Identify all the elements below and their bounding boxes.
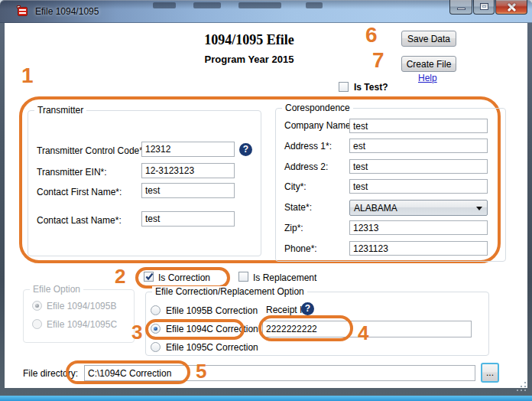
company-name-input[interactable] — [349, 119, 488, 133]
background-window-artifact — [238, 2, 281, 8]
maximize-icon — [480, 3, 488, 10]
close-button[interactable] — [495, 0, 527, 15]
contact-last-name-input[interactable] — [141, 211, 235, 227]
window-title: Efile 1094/1095 — [35, 6, 99, 17]
address2-label: Address 2: — [284, 161, 328, 172]
create-file-button[interactable]: Create File — [401, 56, 456, 72]
is-replacement-label: Is Replacement — [253, 272, 316, 283]
app-window: Efile 1094/1095 1094/1095 Efile Program … — [0, 0, 532, 401]
is-replacement-checkbox[interactable] — [238, 272, 248, 282]
background-window-artifact — [193, 2, 221, 8]
contact-first-name-label: Contact First Name*: — [37, 187, 122, 197]
chevron-down-icon — [476, 207, 482, 210]
efile-1095c-correction-radio[interactable] — [151, 342, 161, 352]
address2-input[interactable] — [349, 159, 488, 174]
state-select[interactable]: ALABAMA — [349, 200, 488, 216]
annotation-number-6: 6 — [365, 24, 378, 47]
efile-1095b-correction-radio[interactable] — [151, 305, 161, 315]
resize-grip[interactable] — [517, 382, 518, 383]
annotation-number-3: 3 — [131, 321, 142, 344]
maximize-button[interactable] — [473, 0, 495, 15]
phone-input[interactable] — [349, 241, 488, 256]
zip-label: Zip*: — [284, 223, 303, 233]
annotation-number-7: 7 — [372, 49, 384, 72]
close-icon — [507, 3, 517, 11]
contact-first-name-input[interactable] — [141, 183, 235, 198]
file-directory-label: File directory: — [23, 368, 78, 379]
page-subtitle: Program Year 2015 — [173, 54, 326, 65]
correction-option-group-label: Efile Correction/Replacement Option — [152, 286, 307, 297]
is-correction-checkbox[interactable] — [144, 272, 154, 282]
efile-1094-1095c-label: Efile 1094/1095C — [47, 319, 117, 330]
correspondence-group-label: Corespondence — [282, 103, 353, 113]
minimize-button[interactable] — [449, 0, 472, 15]
efile-option-group: Efile Option — [23, 289, 135, 343]
efile-1094c-correction-label: Efile 1094C Correction — [166, 324, 258, 334]
efile-1094-1095b-radio[interactable] — [32, 301, 42, 311]
zip-input[interactable] — [349, 220, 488, 235]
phone-label: Phone*: — [284, 243, 317, 254]
minimize-icon — [457, 8, 466, 10]
browse-button[interactable]: ... — [481, 363, 499, 383]
help-icon[interactable]: ? — [301, 302, 314, 315]
state-selected-value: ALABAMA — [354, 203, 397, 214]
annotation-number-4: 4 — [358, 321, 368, 344]
efile-option-group-label: Efile Option — [30, 284, 83, 295]
annotation-number-5: 5 — [196, 360, 206, 383]
help-link[interactable]: Help — [418, 73, 437, 83]
city-input[interactable] — [349, 179, 488, 194]
file-directory-input[interactable] — [84, 365, 475, 381]
window-bottom-edge — [0, 396, 532, 401]
address1-label: Address 1*: — [284, 141, 332, 152]
address1-input[interactable] — [349, 139, 488, 153]
is-correction-label: Is Correction — [158, 272, 210, 283]
is-test-checkbox[interactable] — [339, 82, 349, 92]
transmitter-group-label: Transmitter — [34, 105, 86, 116]
efile-1094c-correction-radio[interactable] — [151, 324, 161, 334]
save-data-button[interactable]: Save Data — [401, 31, 456, 47]
check-icon — [144, 272, 154, 282]
transmitter-ein-label: Transmitter EIN*: — [37, 167, 107, 178]
help-icon[interactable]: ? — [239, 143, 252, 156]
transmitter-control-code-input[interactable] — [141, 142, 235, 157]
efile-1095c-correction-label: Efile 1095C Correction — [166, 342, 258, 353]
page-title: 1094/1095 Efile — [173, 32, 326, 48]
is-test-label: Is Test? — [354, 82, 388, 93]
contact-last-name-label: Contact Last Name*: — [37, 215, 122, 226]
background-window-artifact — [153, 2, 176, 8]
efile-1094-1095b-label: Efile 1094/1095B — [47, 301, 116, 311]
annotation-number-2: 2 — [115, 265, 125, 288]
background-window-artifact — [306, 2, 323, 8]
app-icon — [17, 5, 29, 18]
efile-1094-1095c-radio[interactable] — [32, 319, 42, 329]
title-bar[interactable]: Efile 1094/1095 — [0, 0, 532, 23]
efile-1095b-correction-label: Efile 1095B Correction — [166, 305, 258, 316]
transmitter-control-code-label: Transmitter Control Code*: — [37, 145, 145, 156]
transmitter-ein-input[interactable] — [141, 163, 235, 178]
company-name-label: Company Name*: — [284, 120, 357, 131]
city-label: City*: — [284, 181, 307, 192]
annotation-number-1: 1 — [21, 64, 34, 87]
state-label: State*: — [284, 202, 312, 213]
